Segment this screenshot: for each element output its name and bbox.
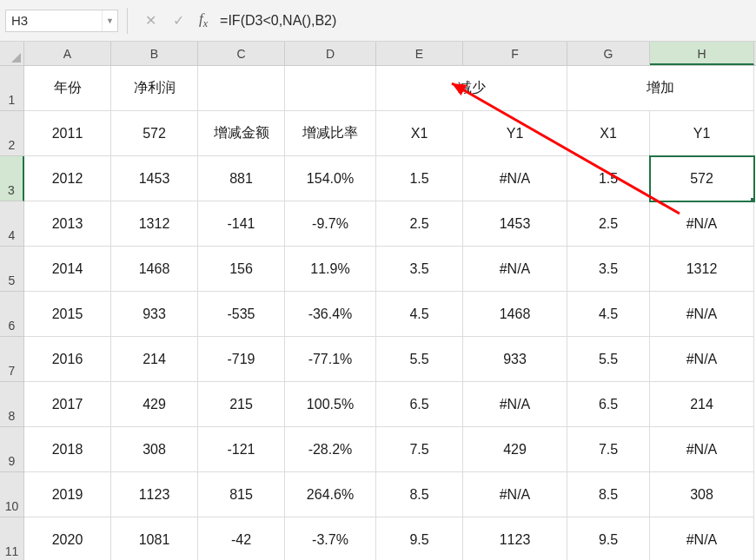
cell-G8[interactable]: 6.5 (567, 382, 650, 427)
row-header-6[interactable]: 6 (0, 292, 24, 337)
cell-G4[interactable]: 2.5 (567, 201, 650, 247)
cell-B5[interactable]: 1468 (111, 247, 198, 292)
cell-A6[interactable]: 2015 (24, 292, 111, 337)
cell-A9[interactable]: 2018 (24, 427, 111, 472)
cell-H10[interactable]: 308 (650, 472, 754, 517)
row-header-9[interactable]: 9 (0, 427, 24, 472)
cell-H4[interactable]: #N/A (650, 201, 754, 247)
cell-B4[interactable]: 1312 (111, 201, 198, 247)
cell-B8[interactable]: 429 (111, 382, 198, 427)
cell-E9[interactable]: 7.5 (376, 427, 463, 472)
cell-G5[interactable]: 3.5 (567, 247, 650, 292)
cell-F3[interactable]: #N/A (463, 156, 567, 201)
cell-D11[interactable]: -3.7% (285, 517, 376, 560)
cell-G3[interactable]: 1.5 (567, 156, 650, 201)
cell-H6[interactable]: #N/A (650, 292, 754, 337)
cell-D10[interactable]: 264.6% (285, 472, 376, 517)
column-header-C[interactable]: C (198, 42, 285, 65)
column-header-B[interactable]: B (111, 42, 198, 65)
cell-H5[interactable]: 1312 (650, 247, 754, 292)
cell-E7[interactable]: 5.5 (376, 337, 463, 382)
cell-G1[interactable]: 增加 (567, 66, 754, 111)
cell-E10[interactable]: 8.5 (376, 472, 463, 517)
cell-A10[interactable]: 2019 (24, 472, 111, 517)
cell-B10[interactable]: 1123 (111, 472, 198, 517)
row-header-3[interactable]: 3 (0, 156, 24, 201)
column-header-D[interactable]: D (285, 42, 376, 65)
row-header-4[interactable]: 4 (0, 201, 24, 247)
cell-A1[interactable]: 年份 (24, 66, 111, 111)
enter-icon[interactable]: ✓ (166, 9, 190, 33)
row-header-7[interactable]: 7 (0, 337, 24, 382)
cell-E1[interactable]: 减少 (376, 66, 567, 111)
cell-C5[interactable]: 156 (198, 247, 285, 292)
select-all-corner[interactable] (0, 42, 24, 66)
cell-E3[interactable]: 1.5 (376, 156, 463, 201)
row-header-1[interactable]: 1 (0, 66, 24, 111)
cell-D6[interactable]: -36.4% (285, 292, 376, 337)
cell-H8[interactable]: 214 (650, 382, 754, 427)
cell-B1[interactable]: 净利润 (111, 66, 198, 111)
column-header-A[interactable]: A (24, 42, 111, 65)
column-header-F[interactable]: F (463, 42, 567, 65)
cell-D2[interactable]: 增减比率 (285, 111, 376, 156)
cell-C10[interactable]: 815 (198, 472, 285, 517)
cell-C11[interactable]: -42 (198, 517, 285, 560)
cell-D4[interactable]: -9.7% (285, 201, 376, 247)
cell-D8[interactable]: 100.5% (285, 382, 376, 427)
cell-A3[interactable]: 2012 (24, 156, 111, 201)
cell-F2[interactable]: Y1 (463, 111, 567, 156)
cell-E6[interactable]: 4.5 (376, 292, 463, 337)
cell-E8[interactable]: 6.5 (376, 382, 463, 427)
cell-H7[interactable]: #N/A (650, 337, 754, 382)
cell-H9[interactable]: #N/A (650, 427, 754, 472)
cell-D1[interactable] (285, 66, 376, 111)
cell-A2[interactable]: 2011 (24, 111, 111, 156)
cell-D5[interactable]: 11.9% (285, 247, 376, 292)
name-box[interactable]: H3 ▼ (5, 10, 118, 32)
cell-F9[interactable]: 429 (463, 427, 567, 472)
cell-H2[interactable]: Y1 (650, 111, 754, 156)
cell-C1[interactable] (198, 66, 285, 111)
cell-B11[interactable]: 1081 (111, 517, 198, 560)
row-header-8[interactable]: 8 (0, 382, 24, 427)
cell-F11[interactable]: 1123 (463, 517, 567, 560)
cell-A8[interactable]: 2017 (24, 382, 111, 427)
cell-A4[interactable]: 2013 (24, 201, 111, 247)
formula-input[interactable] (213, 10, 756, 32)
cell-H3[interactable]: 572 (650, 156, 754, 201)
cell-F5[interactable]: #N/A (463, 247, 567, 292)
cell-E4[interactable]: 2.5 (376, 201, 463, 247)
name-box-dropdown-icon[interactable]: ▼ (102, 10, 117, 31)
cell-F7[interactable]: 933 (463, 337, 567, 382)
column-header-H[interactable]: H (650, 42, 754, 65)
column-header-E[interactable]: E (376, 42, 463, 65)
row-header-11[interactable]: 11 (0, 517, 24, 560)
cell-C7[interactable]: -719 (198, 337, 285, 382)
row-header-10[interactable]: 10 (0, 472, 24, 517)
cell-G7[interactable]: 5.5 (567, 337, 650, 382)
cell-B3[interactable]: 1453 (111, 156, 198, 201)
cell-A11[interactable]: 2020 (24, 517, 111, 560)
cell-A7[interactable]: 2016 (24, 337, 111, 382)
cell-A5[interactable]: 2014 (24, 247, 111, 292)
cell-H11[interactable]: #N/A (650, 517, 754, 560)
cell-C8[interactable]: 215 (198, 382, 285, 427)
cell-D9[interactable]: -28.2% (285, 427, 376, 472)
cell-E5[interactable]: 3.5 (376, 247, 463, 292)
cell-C6[interactable]: -535 (198, 292, 285, 337)
cell-B2[interactable]: 572 (111, 111, 198, 156)
cell-B7[interactable]: 214 (111, 337, 198, 382)
cell-E11[interactable]: 9.5 (376, 517, 463, 560)
column-header-G[interactable]: G (567, 42, 650, 65)
cell-D7[interactable]: -77.1% (285, 337, 376, 382)
cell-E2[interactable]: X1 (376, 111, 463, 156)
cancel-icon[interactable]: ✕ (138, 9, 162, 33)
cell-F8[interactable]: #N/A (463, 382, 567, 427)
cell-F6[interactable]: 1468 (463, 292, 567, 337)
cell-C4[interactable]: -141 (198, 201, 285, 247)
cell-G6[interactable]: 4.5 (567, 292, 650, 337)
cell-G11[interactable]: 9.5 (567, 517, 650, 560)
cell-B9[interactable]: 308 (111, 427, 198, 472)
cell-D3[interactable]: 154.0% (285, 156, 376, 201)
